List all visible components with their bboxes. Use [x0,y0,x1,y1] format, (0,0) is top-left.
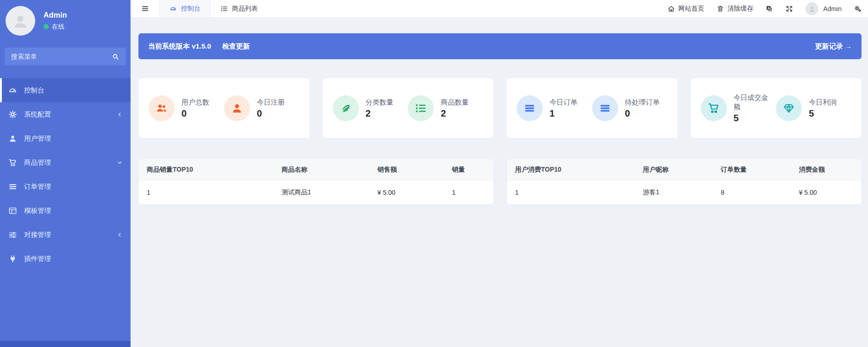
user-name-label: Admin [823,5,842,12]
clear-cache-link[interactable]: 清除缓存 [717,5,753,13]
sidebar-item-label: 控制台 [24,86,44,95]
top-navbar: 控制台 商品列表 网站首页 清除缓存 A [131,0,868,18]
stat-today-orders: 今日订单 1 [517,95,592,121]
language-button[interactable]: A [766,5,773,12]
product-sales-table: 商品销量TOP10 商品名称 销售额 销量 1 测试商品1 ¥ 5.00 1 [138,159,493,204]
user-menu[interactable]: Admin [806,2,842,15]
leaf-icon [333,95,359,121]
gauge-icon [8,86,17,95]
hamburger-menu-icon[interactable] [131,0,159,17]
main-area: 控制台 商品列表 网站首页 清除缓存 A [131,0,868,347]
stat-label: 用户总数 [181,98,209,107]
table-cell: 1 [507,189,635,196]
sidebar-item-product-management[interactable]: 商品管理 [0,150,131,174]
chevron-left-icon [117,112,122,117]
search-input[interactable] [5,48,105,65]
stat-product-count: 商品数量 2 [408,95,483,121]
sidebar-item-plugin-management[interactable]: 插件管理 [0,247,131,271]
table-cell: 8 [712,189,791,196]
page-content: 当前系统版本 v1.5.0 检查更新 更新记录 → 用户总数 0 [131,18,868,204]
stat-total-users: 用户总数 0 [149,95,224,121]
search-button[interactable] [105,48,126,65]
plug-icon [8,254,17,263]
stat-today-profit: 今日利润 5 [776,95,851,121]
column-header: 商品销量TOP10 [138,166,273,174]
bars-icon [8,182,17,191]
tab-dashboard[interactable]: 控制台 [159,0,211,17]
tab-label: 商品列表 [232,5,258,13]
stat-today-revenue: 今日成交金额 5 [701,93,776,124]
sidebar-item-label: 插件管理 [24,254,51,263]
stat-label: 分类数量 [366,98,393,107]
svg-text:A: A [768,6,770,10]
settings-button[interactable] [854,5,862,12]
user-icon [8,134,17,143]
sidebar: Admin 在线 控制台 系统配置 [0,0,131,347]
column-header: 用户消费TOP10 [507,166,635,174]
sidebar-item-order-management[interactable]: 订单管理 [0,174,131,198]
table-cell: 1 [443,189,493,196]
tab-label: 控制台 [181,5,200,13]
stat-value: 5 [734,113,774,124]
stat-label: 今日订单 [550,98,577,107]
fullscreen-button[interactable] [786,5,793,12]
search-icon [112,53,119,60]
sidebar-item-user-management[interactable]: 用户管理 [0,126,131,150]
sidebar-footer-bar [0,341,131,347]
navbar-actions: 网站首页 清除缓存 A A [668,0,868,17]
stat-cards: 用户总数 0 今日注册 0 [138,78,862,138]
sidebar-item-system-config[interactable]: 系统配置 [0,102,131,126]
stat-today-registered: 今日注册 0 [224,95,300,121]
profile-name: Admin [44,11,67,19]
version-banner: 当前系统版本 v1.5.0 检查更新 更新记录 → [138,33,862,59]
fullscreen-icon [786,5,793,12]
column-header: 订单数量 [712,166,791,174]
profile-status-label: 在线 [52,23,64,31]
table-cell: 测试商品1 [273,188,369,197]
stat-label: 待处理订单 [625,98,660,107]
avatar [806,2,818,15]
stat-value: 2 [441,108,468,119]
stat-value: 0 [181,108,209,119]
sidebar-item-label: 系统配置 [24,110,51,119]
template-icon [8,206,17,215]
table-row[interactable]: 1 测试商品1 ¥ 5.00 1 [138,180,493,204]
table-cell: ¥ 5.00 [791,189,862,196]
stat-card-revenue: 今日成交金额 5 今日利润 5 [691,78,862,138]
list-icon [220,5,228,12]
site-home-link[interactable]: 网站首页 [668,5,704,13]
top10-tables: 商品销量TOP10 商品名称 销售额 销量 1 测试商品1 ¥ 5.00 1 用… [138,159,862,204]
sidebar-search [5,48,126,65]
gauge-icon [169,5,177,12]
column-header: 销量 [443,166,493,174]
column-header: 用户昵称 [634,166,712,174]
sidebar-item-label: 商品管理 [24,158,51,167]
table-cell: ¥ 5.00 [369,189,443,196]
bars-icon [592,95,618,121]
sidebar-item-integration-management[interactable]: 对接管理 [0,223,131,247]
sidebar-item-label: 订单管理 [24,182,51,191]
cart-icon [8,158,17,167]
table-row[interactable]: 1 游客1 8 ¥ 5.00 [507,180,862,204]
stat-category-count: 分类数量 2 [333,95,408,121]
avatar[interactable] [6,6,35,36]
changelog-link[interactable]: 更新记录 → [815,42,852,51]
stat-label: 今日注册 [257,98,285,107]
sidebar-item-label: 模板管理 [24,206,51,215]
online-dot-icon [44,24,49,29]
stat-value: 0 [257,108,285,119]
sidebar-item-dashboard[interactable]: 控制台 [0,78,131,102]
sidebar-item-template-management[interactable]: 模板管理 [0,198,131,223]
tab-product-list[interactable]: 商品列表 [211,0,268,17]
person-icon [11,12,30,30]
stat-label: 今日成交金额 [734,93,774,112]
chevron-down-icon [117,160,122,165]
cogs-icon [854,5,862,12]
check-update-link[interactable]: 检查更新 [222,42,250,51]
stat-pending-orders: 待处理订单 0 [592,95,668,121]
table-cell: 1 [138,189,273,196]
profile-status: 在线 [44,23,67,31]
version-text: 当前系统版本 v1.5.0 [148,42,211,51]
stat-card-users: 用户总数 0 今日注册 0 [138,78,310,138]
translate-icon: A [766,5,773,12]
